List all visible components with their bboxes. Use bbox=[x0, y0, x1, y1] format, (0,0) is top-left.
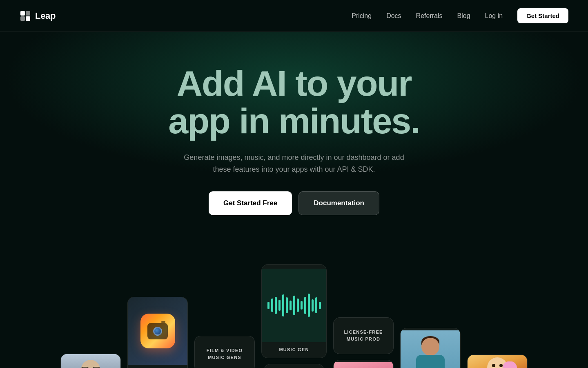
waveform-bar bbox=[312, 299, 314, 312]
nav-blog[interactable]: Blog bbox=[457, 12, 470, 20]
film-video-label: FILM & VIDEOMUSIC GENS bbox=[201, 347, 248, 361]
baby-figure bbox=[480, 357, 515, 368]
music-gen-label: MUSIC GEN bbox=[274, 342, 314, 358]
headshots-card[interactable]: HEADSHOTS bbox=[400, 328, 461, 368]
camera-icon bbox=[140, 314, 175, 348]
hero-title-line2: app in minutes. bbox=[168, 101, 419, 141]
waveform-bar bbox=[275, 297, 277, 314]
film-video-card[interactable]: FILM & VIDEOMUSIC GENS bbox=[194, 336, 255, 368]
brand-name: Leap bbox=[35, 11, 56, 21]
card-col-4: MUSIC GEN bbox=[261, 264, 327, 368]
svg-rect-3 bbox=[26, 16, 30, 21]
music-gen-image bbox=[262, 269, 326, 342]
waveform-bar bbox=[315, 297, 317, 313]
card-col-3: FILM & VIDEOMUSIC GENS WALLPAPERS bbox=[194, 336, 255, 368]
nav-referrals[interactable]: Referrals bbox=[416, 12, 443, 20]
waveform-bar bbox=[297, 298, 299, 312]
camera-body bbox=[147, 323, 168, 339]
waveform-bar bbox=[319, 302, 321, 309]
headshot-body bbox=[416, 355, 445, 368]
waveform-bar bbox=[286, 297, 288, 313]
hero-title: Add AI to your app in minutes. bbox=[20, 65, 568, 140]
nav-get-started-button[interactable]: Get Started bbox=[517, 8, 568, 23]
avatar-gen-image bbox=[61, 354, 120, 368]
camera-flash bbox=[161, 321, 165, 323]
card-col-2: ICON GEN CARTOON PORTRAIT bbox=[127, 297, 188, 368]
card-col-1: AVATAR GEN bbox=[60, 354, 121, 368]
kids-story-image bbox=[468, 355, 527, 368]
waveform bbox=[267, 293, 321, 318]
nav-links: Pricing Docs Referrals Blog Log in Get S… bbox=[352, 8, 568, 23]
kids-story-card[interactable]: KIDS STORYIMAGES bbox=[467, 355, 528, 368]
baby-eye-left bbox=[492, 364, 495, 367]
svg-rect-0 bbox=[20, 11, 25, 16]
license-free-card[interactable]: LICENSE-FREEMUSIC PROD bbox=[333, 317, 394, 354]
waveform-bar bbox=[304, 297, 306, 314]
get-started-free-button[interactable]: Get Started Free bbox=[209, 191, 292, 215]
card-col-6: HEADSHOTS PODCAST MUSIC bbox=[400, 328, 461, 368]
license-free-label: LICENSE-FREEMUSIC PROD bbox=[338, 329, 388, 343]
headshot-figure bbox=[401, 330, 460, 368]
hero-subtitle: Generate images, music, and more directl… bbox=[180, 152, 408, 175]
cards-grid: AVATAR GEN ICON GEN CARTOON PORTRAI bbox=[20, 264, 568, 368]
svg-rect-1 bbox=[26, 11, 30, 16]
waveform-bar bbox=[301, 301, 303, 310]
waveform-bar bbox=[271, 298, 273, 312]
pet-portraits-card[interactable]: PET PORTRAITS bbox=[333, 360, 394, 368]
icon-gen-card[interactable]: ICON GEN bbox=[127, 297, 188, 368]
svg-rect-2 bbox=[20, 16, 25, 21]
pet-portraits-image bbox=[334, 362, 393, 368]
music-gen-card[interactable]: MUSIC GEN bbox=[261, 264, 327, 358]
headshots-image bbox=[401, 330, 460, 368]
toy-animal bbox=[503, 361, 517, 368]
hero-buttons: Get Started Free Documentation bbox=[20, 191, 568, 215]
avatar-gen-card[interactable]: AVATAR GEN bbox=[60, 354, 121, 368]
waveform-bar bbox=[290, 301, 292, 310]
waveform-bar bbox=[267, 302, 270, 309]
card-col-7: KIDS STORYIMAGES bbox=[467, 355, 528, 368]
app-icon-card[interactable] bbox=[264, 364, 324, 368]
icon-gen-image bbox=[128, 297, 187, 365]
headshot-head bbox=[421, 338, 439, 356]
nav-docs[interactable]: Docs bbox=[386, 12, 401, 20]
nav-pricing[interactable]: Pricing bbox=[352, 12, 372, 20]
icon-gen-label: ICON GEN bbox=[140, 365, 176, 368]
waveform-bar bbox=[282, 294, 284, 316]
feature-cards-section: AVATAR GEN ICON GEN CARTOON PORTRAI bbox=[0, 264, 588, 368]
card-col-5: LICENSE-FREEMUSIC PROD PET bbox=[333, 317, 394, 368]
waveform-bar bbox=[278, 300, 281, 311]
avatar-figure bbox=[61, 354, 120, 368]
logo-icon bbox=[20, 10, 31, 22]
avatar-glasses-icon bbox=[81, 366, 100, 368]
waveform-bar bbox=[293, 296, 295, 315]
hero-title-line1: Add AI to your bbox=[177, 63, 412, 103]
navigation: Leap Pricing Docs Referrals Blog Log in … bbox=[0, 0, 588, 32]
documentation-button[interactable]: Documentation bbox=[298, 191, 379, 215]
camera-lens bbox=[153, 327, 162, 336]
nav-login[interactable]: Log in bbox=[485, 12, 503, 20]
headshot-person bbox=[412, 334, 449, 368]
hero-section: Add AI to your app in minutes. Generate … bbox=[0, 32, 588, 264]
baby-eye-right bbox=[499, 364, 503, 367]
brand-logo[interactable]: Leap bbox=[20, 10, 56, 22]
waveform-bar bbox=[308, 294, 310, 317]
